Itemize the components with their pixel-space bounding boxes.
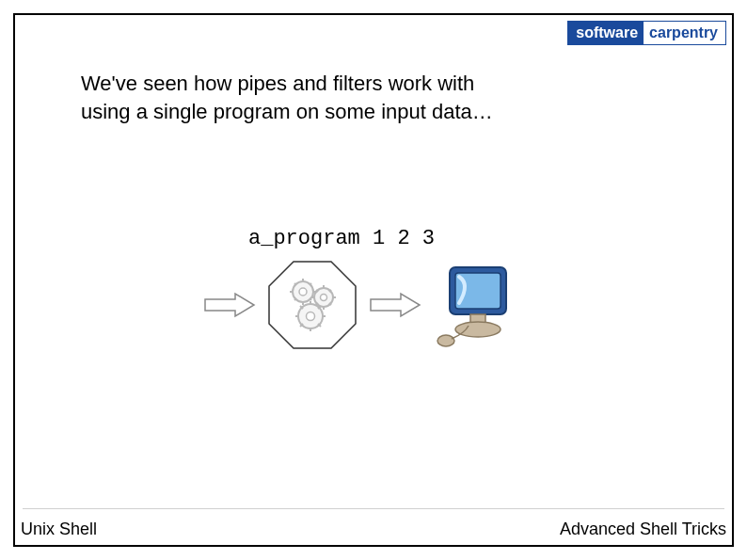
arrow-icon — [369, 292, 421, 318]
footer-right: Advanced Shell Tricks — [560, 520, 726, 539]
logo-word-carpentry: carpentry — [644, 22, 725, 44]
logo-word-software: software — [568, 22, 644, 44]
software-carpentry-logo: software carpentry — [567, 21, 726, 45]
svg-line-10 — [310, 283, 311, 285]
body-line-2: using a single program on some input dat… — [81, 98, 493, 126]
svg-line-9 — [294, 298, 296, 300]
slide-frame: software carpentry We've seen how pipes … — [13, 13, 734, 547]
divider — [23, 508, 724, 509]
footer-left: Unix Shell — [21, 520, 97, 539]
monitor-icon — [433, 258, 517, 352]
pipeline-diagram — [203, 258, 517, 352]
svg-point-35 — [437, 335, 454, 346]
program-icon — [267, 260, 358, 350]
arrow-icon — [203, 292, 256, 318]
svg-point-34 — [455, 322, 501, 337]
command-text: a_program 1 2 3 — [248, 227, 435, 250]
svg-point-22 — [307, 312, 315, 321]
svg-line-18 — [329, 303, 331, 305]
body-line-1: We've seen how pipes and filters work wi… — [81, 70, 493, 98]
slide-body-text: We've seen how pipes and filters work wi… — [81, 70, 493, 125]
svg-line-17 — [316, 290, 318, 292]
svg-line-20 — [329, 290, 331, 292]
svg-point-2 — [299, 288, 307, 296]
svg-line-7 — [294, 283, 296, 285]
svg-point-12 — [321, 295, 327, 301]
svg-line-8 — [310, 298, 311, 300]
